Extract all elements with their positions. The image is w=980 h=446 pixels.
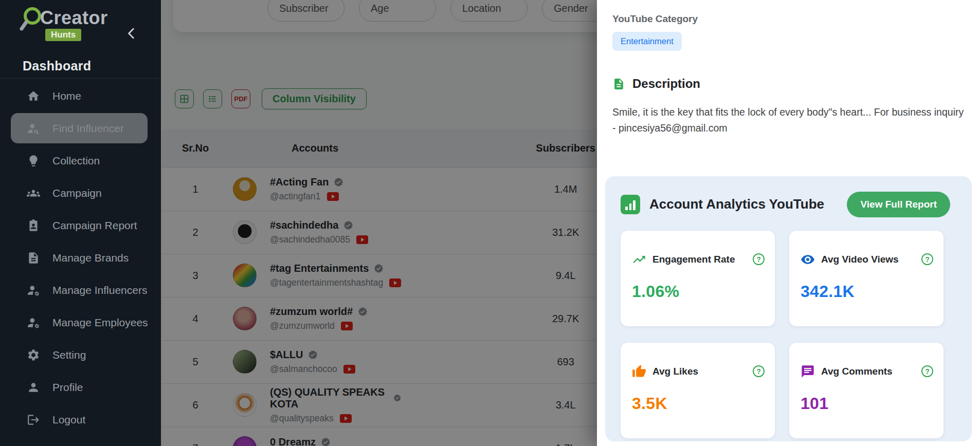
youtube-category-label: YouTube Category xyxy=(612,13,972,25)
sidebar-item[interactable]: Campaign xyxy=(0,177,161,209)
stat-grid: Engagement Rate ? 1.06% xyxy=(621,231,956,438)
sidebar-item-label: Campaign Report xyxy=(52,219,137,232)
sidebar-item-label: Manage Influencers xyxy=(52,284,147,296)
logo-text: Creator xyxy=(40,7,108,29)
sidebar-item[interactable]: Setting xyxy=(0,339,161,371)
sidebar-item-label: Profile xyxy=(52,381,83,394)
person-gear-icon xyxy=(27,284,40,297)
document-icon xyxy=(27,251,40,265)
sidebar-nav: Home Find Inf xyxy=(0,79,161,436)
sidebar-item[interactable]: Manage Influencers xyxy=(0,274,161,306)
sidebar-item-label: Campaign xyxy=(52,187,102,199)
help-icon[interactable]: ? xyxy=(921,365,933,377)
logout-icon xyxy=(27,413,40,426)
sidebar-item[interactable]: Manage Employees xyxy=(0,306,161,339)
sidebar: Creator Hunts Dashboard xyxy=(0,0,161,446)
person-search-icon xyxy=(27,122,40,135)
sidebar-item[interactable]: Campaign Report xyxy=(0,209,161,241)
stat-label: Avg Comments xyxy=(821,366,921,377)
badge-icon xyxy=(27,219,40,232)
comment-icon xyxy=(801,364,815,379)
description-doc-icon xyxy=(612,78,625,90)
lightbulb-icon xyxy=(27,154,40,168)
stat-value: 342.1K xyxy=(801,282,933,301)
stat-card: Engagement Rate ? 1.06% xyxy=(621,231,775,326)
stat-label: Avg Video Views xyxy=(821,254,921,265)
help-icon[interactable]: ? xyxy=(921,253,933,265)
person-icon xyxy=(27,381,40,394)
sidebar-item-label: Setting xyxy=(52,349,86,361)
sidebar-item[interactable]: Find Influencer xyxy=(0,112,161,144)
description-text: Smile, it is the key that fits the lock … xyxy=(612,104,965,136)
sidebar-item[interactable]: Logout xyxy=(0,403,161,436)
trending-up-icon xyxy=(632,252,646,267)
gear-icon xyxy=(27,348,40,362)
view-full-report-button[interactable]: View Full Report xyxy=(847,192,950,217)
thumb-up-icon xyxy=(632,364,646,379)
stat-value: 101 xyxy=(801,394,933,413)
help-icon[interactable]: ? xyxy=(753,365,765,377)
account-details-drawer: YouTube Category Entertainment Descripti… xyxy=(597,0,980,446)
analytics-title: Account Analytics YouTube xyxy=(649,196,847,212)
stat-value: 3.5K xyxy=(632,394,765,413)
logo-badge: Hunts xyxy=(45,29,81,41)
eye-icon xyxy=(801,252,815,267)
sidebar-item-label: Home xyxy=(52,90,81,102)
sidebar-item-label: Collection xyxy=(52,155,100,167)
sidebar-item-label: Manage Brands xyxy=(52,252,129,264)
sidebar-title: Dashboard xyxy=(0,49,161,78)
sidebar-item[interactable]: Profile xyxy=(0,371,161,403)
account-analytics-card: Account Analytics YouTube View Full Repo… xyxy=(605,176,972,441)
groups-icon xyxy=(27,187,40,200)
stat-card: Avg Video Views ? 342.1K xyxy=(789,231,943,326)
description-title: Description xyxy=(632,77,700,91)
category-chip[interactable]: Entertainment xyxy=(612,32,682,51)
sidebar-collapse-icon[interactable] xyxy=(125,26,138,41)
stat-card: Avg Comments ? 101 xyxy=(789,343,943,438)
sidebar-item[interactable]: Manage Brands xyxy=(0,241,161,274)
sidebar-item[interactable]: Home xyxy=(0,80,161,112)
bar-chart-icon xyxy=(621,195,640,214)
help-icon[interactable]: ? xyxy=(753,253,765,265)
stat-label: Engagement Rate xyxy=(652,254,753,265)
sidebar-item[interactable]: Collection xyxy=(0,144,161,177)
stat-label: Avg Likes xyxy=(652,366,753,377)
description-header: Description xyxy=(612,77,972,91)
sidebar-item-label: Find Influencer xyxy=(52,122,124,135)
app-root: Creator Hunts Dashboard xyxy=(0,0,980,446)
stat-card: Avg Likes ? 3.5K xyxy=(621,343,775,438)
stat-value: 1.06% xyxy=(632,282,765,301)
analytics-header: Account Analytics YouTube View Full Repo… xyxy=(621,192,956,217)
home-icon xyxy=(27,89,40,103)
sidebar-item-label: Logout xyxy=(52,414,85,426)
sidebar-item-label: Manage Employees xyxy=(52,317,148,329)
person-gear-icon xyxy=(27,316,40,329)
logo: Creator Hunts xyxy=(0,0,161,49)
